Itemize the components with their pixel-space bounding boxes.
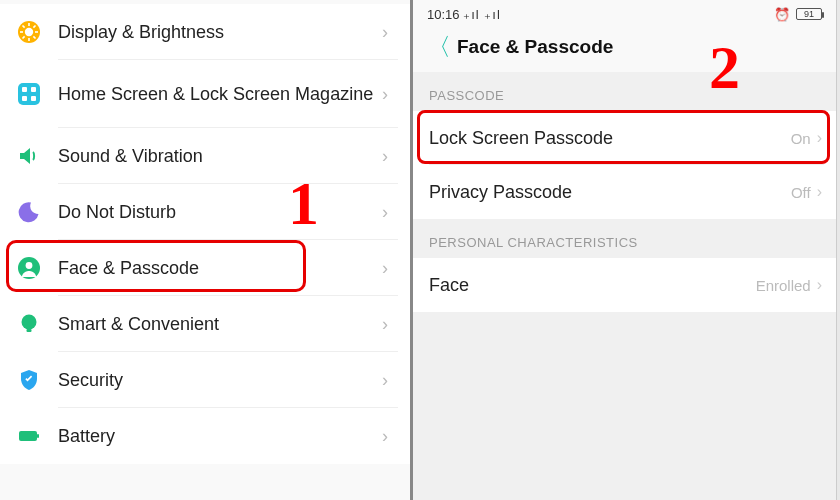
setting-row-display[interactable]: Display & Brightness › (0, 4, 410, 60)
svg-point-17 (22, 315, 37, 330)
section-header-personal: PERSONAL CHARACTERISTICS (413, 219, 836, 258)
svg-rect-10 (18, 83, 40, 105)
battery-icon (16, 423, 42, 449)
row-value: Off (791, 184, 817, 201)
setting-label: Sound & Vibration (42, 145, 382, 168)
chevron-right-icon: › (382, 314, 388, 335)
chevron-right-icon: › (382, 22, 388, 43)
row-face[interactable]: Face Enrolled › (413, 258, 836, 312)
setting-label: Home Screen & Lock Screen Magazine (42, 83, 382, 106)
setting-label: Smart & Convenient (42, 313, 382, 336)
row-label: Face (429, 275, 756, 296)
setting-label: Face & Passcode (42, 257, 382, 280)
setting-label: Do Not Disturb (42, 201, 382, 224)
row-privacy-passcode[interactable]: Privacy Passcode Off › (413, 165, 836, 219)
svg-rect-18 (27, 329, 32, 332)
status-left: 10:16 ₊ıl ₊ıl (427, 7, 501, 22)
chevron-right-icon: › (817, 183, 822, 201)
setting-row-home[interactable]: Home Screen & Lock Screen Magazine › (0, 60, 410, 128)
setting-row-dnd[interactable]: Do Not Disturb › (0, 184, 410, 240)
chevron-right-icon: › (817, 129, 822, 147)
page-title: Face & Passcode (455, 36, 613, 58)
settings-list-screen: Display & Brightness › Home Screen & Loc… (0, 0, 413, 500)
alarm-icon: ⏰ (774, 7, 790, 22)
sun-icon (16, 19, 42, 45)
chevron-right-icon: › (382, 146, 388, 167)
moon-icon (16, 199, 42, 225)
svg-point-16 (26, 262, 33, 269)
chevron-right-icon: › (382, 426, 388, 447)
battery-icon: 91 (796, 8, 822, 20)
status-bar: 10:16 ₊ıl ₊ıl ⏰ 91 (413, 0, 836, 26)
svg-point-1 (25, 28, 33, 36)
grid-icon (16, 81, 42, 107)
signal-icon: ₊ıl ₊ıl (463, 7, 501, 22)
chevron-right-icon: › (382, 202, 388, 223)
chevron-right-icon: › (382, 258, 388, 279)
setting-label: Display & Brightness (42, 21, 382, 44)
face-icon (16, 255, 42, 281)
back-button[interactable]: 〈 (423, 31, 455, 63)
row-value: Enrolled (756, 277, 817, 294)
svg-rect-11 (22, 87, 27, 92)
row-label: Privacy Passcode (429, 182, 791, 203)
svg-rect-19 (19, 431, 37, 441)
setting-row-battery[interactable]: Battery › (0, 408, 410, 464)
svg-rect-20 (37, 434, 39, 438)
title-bar: 〈 Face & Passcode (413, 26, 836, 72)
setting-row-face-passcode[interactable]: Face & Passcode › (0, 240, 410, 296)
setting-row-sound[interactable]: Sound & Vibration › (0, 128, 410, 184)
status-right: ⏰ 91 (774, 7, 822, 22)
setting-label: Battery (42, 425, 382, 448)
empty-area (413, 312, 836, 500)
svg-rect-12 (31, 87, 36, 92)
setting-row-smart[interactable]: Smart & Convenient › (0, 296, 410, 352)
svg-rect-13 (22, 96, 27, 101)
bulb-icon (16, 311, 42, 337)
svg-rect-14 (31, 96, 36, 101)
shield-icon (16, 367, 42, 393)
row-label: Lock Screen Passcode (429, 128, 791, 149)
chevron-right-icon: › (382, 84, 388, 105)
speaker-icon (16, 143, 42, 169)
setting-row-security[interactable]: Security › (0, 352, 410, 408)
row-lock-screen-passcode[interactable]: Lock Screen Passcode On › (413, 111, 836, 165)
face-passcode-screen: 10:16 ₊ıl ₊ıl ⏰ 91 〈 Face & Passcode PAS… (413, 0, 837, 500)
row-value: On (791, 130, 817, 147)
setting-label: Security (42, 369, 382, 392)
chevron-right-icon: › (817, 276, 822, 294)
chevron-right-icon: › (382, 370, 388, 391)
status-time: 10:16 (427, 7, 460, 22)
section-header-passcode: PASSCODE (413, 72, 836, 111)
